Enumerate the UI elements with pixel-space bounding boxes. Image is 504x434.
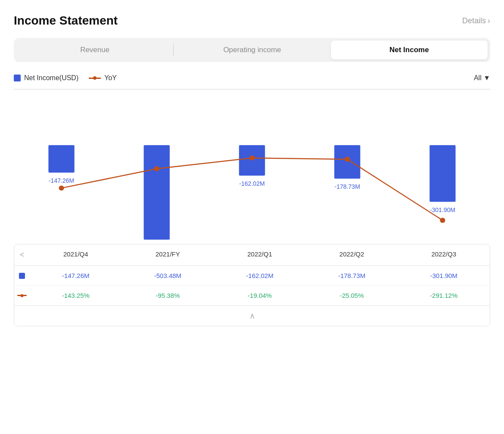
chevron-right-icon: › [488, 16, 490, 25]
cell-bar-2022q1: -162.02M [214, 272, 306, 279]
legend-row: Net Income(USD) YoY All ▼ [14, 74, 490, 82]
table-row-yoy: -143.25% -95.38% -19.04% -25.05% -291.12… [14, 286, 490, 306]
bar-label-2022q1: -162.02M [239, 180, 264, 187]
bar-label-2022q3: -301.90M [430, 206, 455, 213]
legend-line: YoY [89, 74, 117, 82]
row-yoy-icon-cell [14, 295, 30, 296]
cell-bar-2021q4: -147.26M [30, 272, 122, 279]
tab-net-income[interactable]: Net Income [331, 41, 488, 59]
row-bar-icon-cell [14, 273, 30, 279]
nav-prev-button[interactable]: < [14, 250, 30, 259]
yoy-row-icon [17, 295, 27, 296]
col-header-2022q2: 2022/Q2 [306, 250, 398, 259]
cell-bar-2022q2: -178.73M [306, 272, 398, 279]
yoy-dot-2022q1 [249, 156, 255, 161]
yoy-dot-2022q2 [345, 157, 350, 162]
legend-bar: Net Income(USD) [14, 74, 78, 82]
bar-2021fy [144, 145, 170, 240]
legend-line-icon [89, 78, 101, 79]
data-table: < 2021/Q4 2021/FY 2022/Q1 2022/Q2 2022/Q… [14, 244, 490, 326]
tab-revenue[interactable]: Revenue [16, 41, 173, 59]
cell-yoy-2022q1: -19.04% [214, 292, 306, 299]
bar-label-2021q4: -147.26M [49, 177, 74, 184]
cell-yoy-2022q2: -25.05% [306, 292, 398, 299]
bar-2021q4 [48, 145, 74, 173]
table-header-row: < 2021/Q4 2021/FY 2022/Q1 2022/Q2 2022/Q… [14, 244, 490, 266]
cell-yoy-2021q4: -143.25% [30, 292, 122, 299]
chart-svg: -147.26M -503.48M -162.02M -178.73M -301… [14, 89, 490, 244]
page-header: Income Statement Details › [14, 14, 490, 28]
bar-row-icon [19, 273, 25, 279]
legend-items: Net Income(USD) YoY [14, 74, 117, 82]
filter-dropdown[interactable]: All ▼ [474, 74, 490, 82]
dropdown-arrow-icon: ▼ [483, 74, 490, 81]
col-header-2021q4: 2021/Q4 [30, 250, 122, 259]
cell-yoy-2021fy: -95.38% [122, 292, 214, 299]
cell-bar-2021fy: -503.48M [122, 272, 214, 279]
yoy-dot-2022q3 [440, 218, 445, 223]
bar-2022q3 [429, 145, 455, 202]
bar-label-2021fy: -503.48M [144, 244, 169, 244]
chart-area: -147.26M -503.48M -162.02M -178.73M -301… [14, 89, 490, 244]
cell-yoy-2022q3: -291.12% [398, 292, 490, 299]
legend-bar-label: Net Income(USD) [24, 74, 78, 82]
tab-bar: Revenue Operating income Net Income [14, 38, 490, 62]
col-header-2022q3: 2022/Q3 [398, 250, 490, 259]
bar-2022q2 [334, 145, 360, 179]
col-header-2022q1: 2022/Q1 [214, 250, 306, 259]
bar-label-2022q2: -178.73M [335, 183, 360, 190]
legend-line-label: YoY [104, 74, 117, 82]
legend-square-icon [14, 75, 21, 81]
details-label: Details [462, 16, 486, 25]
table-footer: ∧ [14, 306, 490, 326]
col-header-2021fy: 2021/FY [122, 250, 214, 259]
tab-operating-income[interactable]: Operating income [174, 41, 330, 59]
cell-bar-2022q3: -301.90M [398, 272, 490, 279]
collapse-button[interactable]: ∧ [249, 311, 255, 321]
table-row-bar: -147.26M -503.48M -162.02M -178.73M -301… [14, 266, 490, 286]
yoy-dot-2021q4 [59, 185, 64, 190]
page-title: Income Statement [14, 14, 118, 28]
yoy-dot-2021fy [154, 166, 159, 172]
details-link[interactable]: Details › [462, 16, 490, 25]
